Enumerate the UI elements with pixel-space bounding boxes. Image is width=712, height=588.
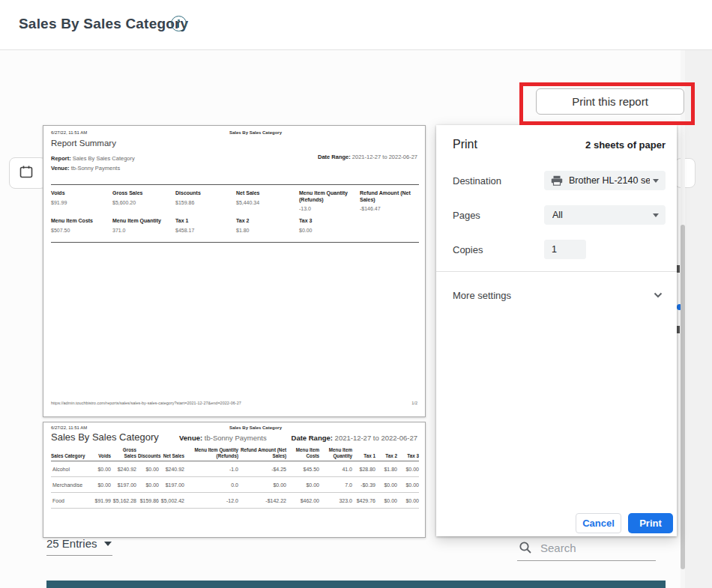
column-header: Tax 1 <box>352 447 375 461</box>
venue: Venue: tb-Sonny Payments <box>179 434 267 442</box>
table-header-row: Sales CategoryVoidsGross SalesDiscountsN… <box>51 447 419 461</box>
table-row: Merchandise$0.00$197.00$0.00$197.000.0$0… <box>51 477 419 493</box>
print-dialog: Print 2 sheets of paper Destination Brot… <box>436 125 677 536</box>
table-cell: $28.80 <box>352 461 375 477</box>
table-cell: $1.80 <box>375 461 397 477</box>
obscured-button-fragment <box>675 158 696 188</box>
table-row: Alcohol$0.00$240.92$0.00$240.92-1.0-$4.2… <box>51 461 419 477</box>
summary-metric: Tax 2$1.80 <box>236 218 299 233</box>
copies-input[interactable] <box>544 240 586 259</box>
summary-metric-value: $5,600.20 <box>112 200 175 205</box>
divider <box>51 242 419 243</box>
table-cell: 0.0 <box>184 477 238 493</box>
dialog-divider <box>436 271 677 272</box>
summary-metric-value: $159.86 <box>175 200 236 205</box>
summary-grid-row1: Voids$91.99Gross Sales$5,600.20Discounts… <box>51 190 419 211</box>
page-number: 1/2 <box>411 401 417 405</box>
summary-metric-label: Menu Item Quantity <box>112 218 175 225</box>
table-cell: $91.99 <box>88 493 111 509</box>
sheet-count: 2 sheets of paper <box>585 139 666 151</box>
summary-metric: Menu Item Quantity371.0 <box>112 218 175 233</box>
pages-value: All <box>552 210 650 220</box>
table-cell: $240.92 <box>159 461 184 477</box>
summary-metric-value: -13.0 <box>299 206 360 211</box>
column-header: Menu Item Costs <box>286 447 319 461</box>
table-cell: -$4.25 <box>238 461 286 477</box>
chevron-down-icon <box>654 292 663 298</box>
summary-metric: Discounts$159.86 <box>175 190 236 211</box>
print-dialog-title: Print <box>453 138 477 151</box>
summary-metric-value: $507.50 <box>51 228 112 233</box>
summary-metric: Gross Sales$5,600.20 <box>112 190 175 211</box>
table-cell: $0.00 <box>88 461 111 477</box>
column-header: Menu Item Quantity (Refunds) <box>184 447 238 461</box>
obscured-text-fragment <box>677 326 680 333</box>
table-cell: Merchandise <box>51 477 88 493</box>
summary-metric: Menu Item Costs$507.50 <box>51 218 112 233</box>
date-range: Date Range: 2021-12-27 to 2022-06-27 <box>292 434 417 442</box>
date-range: Date Range: 2021-12-27 to 2022-06-27 <box>318 154 417 160</box>
table-cell: $429.76 <box>352 493 375 509</box>
summary-metric-label: Tax 1 <box>175 218 236 225</box>
summary-metric: Voids$91.99 <box>51 190 112 211</box>
info-icon[interactable] <box>171 16 187 31</box>
table-cell: -1.0 <box>184 461 238 477</box>
print-preview-page-2: 6/27/22, 11:51 AM Sales By Sales Categor… <box>43 422 426 538</box>
destination-value: Brother HL-2140 series <box>569 175 650 186</box>
more-settings-label: More settings <box>453 290 511 301</box>
app-window: Sales By Sales Category 25 Entries 6/27/… <box>0 0 712 588</box>
summary-metric-label: Refund Amount (Net Sales) <box>360 190 419 203</box>
summary-metric-value: $458.17 <box>175 228 236 233</box>
date-picker-button[interactable] <box>9 157 46 189</box>
summary-metric: Menu Item Quantity (Refunds)-13.0 <box>299 190 360 211</box>
summary-metric-value: $1.80 <box>236 228 299 233</box>
entries-per-page-dropdown[interactable]: 25 Entries <box>46 537 112 556</box>
dropdown-arrow-icon <box>653 179 659 183</box>
report-summary-heading: Report Summary <box>51 139 116 148</box>
copies-row: Copies <box>436 240 677 259</box>
summary-metric: Tax 3$0.00 <box>299 218 360 233</box>
table-cell: -12.0 <box>184 493 238 509</box>
table-cell: $0.00 <box>397 461 419 477</box>
chevron-down-icon <box>104 542 112 546</box>
summary-metric-value: 371.0 <box>112 228 175 233</box>
table-cell: $5,002.42 <box>159 493 184 509</box>
table-cell: $0.00 <box>136 477 159 493</box>
page-title: Sales By Sales Category <box>19 16 188 32</box>
destination-label: Destination <box>453 175 501 187</box>
column-header: Net Sales <box>159 447 184 461</box>
pages-select[interactable]: All <box>544 205 666 225</box>
print-dialog-header: Print 2 sheets of paper <box>453 136 666 154</box>
venue-value: tb-Sonny Payments <box>71 165 120 172</box>
table-cell: $0.00 <box>397 477 419 493</box>
summary-metric-label: Menu Item Costs <box>51 218 112 225</box>
print-this-report-button[interactable]: Print this report <box>536 88 684 115</box>
summary-metric-label: Voids <box>51 190 112 197</box>
table-cell: $5,162.28 <box>111 493 136 509</box>
more-settings-toggle[interactable]: More settings <box>436 280 677 310</box>
dropdown-arrow-icon <box>653 213 659 217</box>
print-button[interactable]: Print <box>628 513 673 533</box>
search-input[interactable] <box>540 538 653 557</box>
entries-label: 25 Entries <box>46 537 97 550</box>
scrollbar-thumb[interactable] <box>681 225 685 569</box>
summary-metric-label: Menu Item Quantity (Refunds) <box>299 190 360 203</box>
table-cell: $0.00 <box>375 493 397 509</box>
column-header: Refund Amount (Net Sales) <box>238 447 286 461</box>
table-cell: $0.00 <box>397 493 419 509</box>
calendar-icon <box>19 164 34 182</box>
report-label: Report: <box>51 155 71 162</box>
page-right-gutter <box>685 50 712 588</box>
column-header: Gross Sales <box>111 447 136 461</box>
copies-field <box>544 240 586 259</box>
table-cell: $0.00 <box>238 477 286 493</box>
destination-select[interactable]: Brother HL-2140 series <box>544 171 666 190</box>
cancel-button[interactable]: Cancel <box>576 513 621 533</box>
search-field[interactable] <box>517 536 656 561</box>
scrollbar[interactable] <box>681 50 685 588</box>
preview-doc-title: Sales By Sales Category <box>229 425 282 430</box>
summary-metric: Refund Amount (Net Sales)-$146.47 <box>360 190 419 211</box>
preview-footer: https://admin.touchbistro.com/reports/sa… <box>51 401 417 405</box>
summary-metric-label: Gross Sales <box>112 190 175 197</box>
table-cell: -$142.22 <box>238 493 286 509</box>
